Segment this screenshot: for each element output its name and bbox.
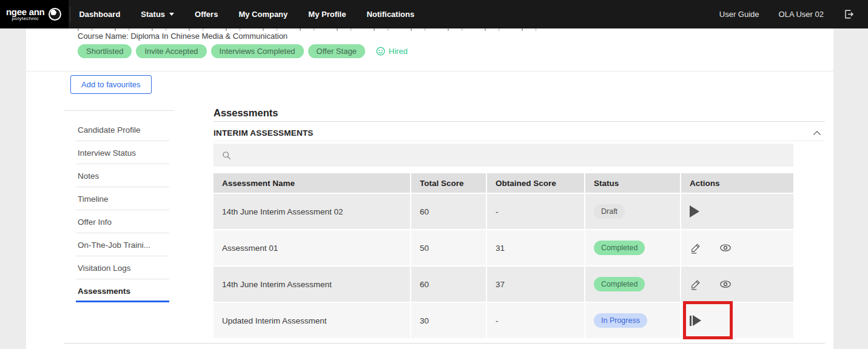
smiley-icon [375, 46, 386, 56]
sidebar-item-label: Visitation Logs [78, 264, 131, 273]
column-header-status: Status [585, 173, 680, 193]
status-badge-draft: Draft [594, 204, 625, 219]
stage-badge-shortlisted: Shortlisted [78, 44, 132, 58]
ngee-ann-logo[interactable]: ngee ann polytechnic [0, 0, 69, 28]
nav-item-offers[interactable]: Offers [195, 10, 218, 19]
nav-item-my-company[interactable]: My Company [238, 10, 288, 19]
nav-item-dashboard[interactable]: Dashboard [79, 10, 120, 19]
table-row: 14th June Interim Assessment 0260-Draft [214, 194, 793, 229]
table-row: 14th June Interim Assessment6037Complete… [214, 267, 793, 302]
user-menu[interactable]: OLA User 02 [779, 10, 824, 19]
nav-divider [70, 7, 70, 22]
cell-assessment-name: Assessment 01 [214, 230, 410, 265]
hired-status: Hired [375, 46, 408, 56]
cell-total-score: 60 [411, 194, 486, 229]
cell-obtained-score: - [487, 303, 584, 338]
sidebar-item-label: Assessments [78, 287, 130, 296]
logo-line1: ngee ann [6, 7, 44, 16]
hired-label: Hired [389, 47, 408, 56]
cell-status: In Progress [585, 303, 680, 338]
section-title: INTERIM ASSESSMENTS [214, 128, 314, 138]
sidebar-item-offer-info[interactable]: Offer Info [64, 210, 174, 233]
sidebar-item-label: Interview Status [78, 148, 136, 158]
sidebar-item-interview-status[interactable]: Interview Status [64, 141, 174, 164]
cell-obtained-score: - [487, 194, 584, 229]
cell-total-score: 30 [411, 303, 486, 338]
divider [64, 343, 825, 344]
nav-item-status[interactable]: Status [141, 10, 174, 19]
sidebar-item-on-the-job-traini[interactable]: On-The-Job Traini... [64, 233, 174, 256]
sidebar-item-assessments[interactable]: Assessments [64, 279, 174, 302]
cell-actions [681, 303, 793, 338]
nav-item-label: My Profile [308, 10, 346, 19]
nav-right: User Guide OLA User 02 [719, 8, 868, 20]
cell-total-score: 50 [411, 230, 486, 265]
cell-actions [681, 194, 793, 229]
resume-action-icon[interactable] [690, 315, 701, 326]
top-navbar: ngee ann polytechnic DashboardStatusOffe… [0, 0, 868, 28]
cell-assessment-name: 14th June Interim Assessment [214, 267, 410, 302]
nav-item-label: My Company [238, 10, 288, 19]
status-badge-completed: Completed [594, 277, 645, 291]
logout-icon[interactable] [843, 8, 855, 20]
user-guide-link[interactable]: User Guide [719, 10, 759, 19]
page-title: Assessments [214, 107, 278, 119]
assessments-table: Assessment NameTotal ScoreObtained Score… [214, 173, 793, 339]
cell-status: Completed [585, 267, 680, 302]
column-header-assessment-name: Assessment Name [214, 173, 410, 193]
clipped-text-remnants [78, 28, 545, 31]
section-sidebar: Candidate ProfileInterview StatusNotesTi… [64, 110, 174, 302]
sidebar-item-label: Notes [78, 171, 99, 181]
cell-assessment-name: 14th June Interim Assessment 02 [214, 194, 410, 229]
sidebar-item-visitation-logs[interactable]: Visitation Logs [64, 256, 174, 279]
divider [26, 71, 833, 71]
nav-menu: DashboardStatusOffersMy CompanyMy Profil… [79, 10, 414, 19]
divider [214, 141, 825, 141]
edit-action-icon[interactable] [690, 242, 702, 254]
nav-item-notifications[interactable]: Notifications [366, 10, 414, 19]
cell-actions [681, 230, 793, 265]
sidebar-item-notes[interactable]: Notes [64, 164, 174, 187]
course-name-line: Course Name: Diploma In Chinese Media & … [78, 32, 288, 41]
divider [214, 121, 825, 122]
cell-obtained-score: 31 [487, 230, 584, 265]
play-action-icon[interactable] [690, 205, 699, 218]
cell-total-score: 60 [411, 267, 486, 302]
nav-item-label: Offers [195, 10, 218, 19]
stage-badge-interviews-completed: Interviews Completed [211, 44, 304, 58]
column-header-actions: Actions [681, 173, 793, 193]
search-input[interactable] [214, 144, 793, 167]
nav-item-label: Status [141, 10, 165, 19]
sidebar-item-label: Candidate Profile [78, 125, 141, 135]
nav-item-my-profile[interactable]: My Profile [308, 10, 346, 19]
logo-text: ngee ann polytechnic [6, 7, 44, 21]
table-header-row: Assessment NameTotal ScoreObtained Score… [214, 173, 793, 193]
stage-badges-row: ShortlistedInvite AcceptedInterviews Com… [78, 44, 408, 58]
logo-line2: polytechnic [6, 16, 44, 21]
status-badge-in-progress: In Progress [594, 313, 647, 328]
status-badge-completed: Completed [594, 241, 645, 255]
stage-badge-offer-stage: Offer Stage [308, 44, 365, 58]
search-icon [221, 150, 232, 161]
chevron-up-icon[interactable] [813, 130, 821, 136]
view-action-icon[interactable] [719, 278, 732, 291]
cell-status: Completed [585, 230, 680, 265]
view-action-icon[interactable] [719, 241, 732, 254]
sidebar-item-label: Timeline [78, 194, 109, 204]
nav-item-label: Notifications [366, 10, 414, 19]
cell-actions [681, 267, 793, 302]
sidebar-item-timeline[interactable]: Timeline [64, 187, 174, 210]
nav-item-label: Dashboard [79, 10, 120, 19]
interim-assessments-section-header[interactable]: INTERIM ASSESSMENTS [214, 125, 825, 141]
sidebar-item-candidate-profile[interactable]: Candidate Profile [64, 118, 174, 141]
column-header-total-score: Total Score [411, 173, 486, 193]
add-to-favourites-button[interactable]: Add to favourites [70, 75, 152, 94]
table-row: Assessment 015031Completed [214, 230, 793, 265]
edit-action-icon[interactable] [690, 278, 702, 290]
logo-emblem-icon [49, 8, 61, 21]
cell-obtained-score: 37 [487, 267, 584, 302]
sidebar-item-label: On-The-Job Traini... [78, 241, 150, 250]
cell-assessment-name: Updated Interim Assessment [214, 303, 410, 338]
cell-status: Draft [585, 194, 680, 229]
table-row: Updated Interim Assessment30-In Progress [214, 303, 793, 338]
